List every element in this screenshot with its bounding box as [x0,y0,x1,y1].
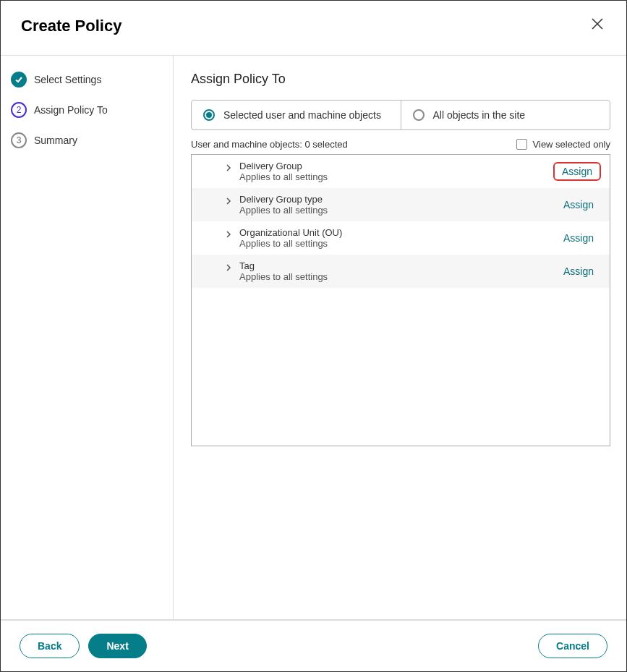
page-heading: Assign Policy To [191,72,610,87]
next-button[interactable]: Next [88,634,146,658]
assign-button[interactable]: Assign [556,263,601,279]
step-label: Select Settings [34,74,101,85]
step-label: Assign Policy To [34,104,108,116]
object-title: Delivery Group type [239,194,556,205]
radio-all-objects[interactable]: All objects in the site [401,101,610,129]
step-label: Summary [34,135,77,146]
view-selected-label: View selected only [533,139,610,150]
object-row-tag: Tag Applies to all settings Assign [192,255,610,288]
object-subtitle: Applies to all settings [239,171,553,182]
chevron-right-icon[interactable] [225,195,232,208]
radio-icon [203,109,215,121]
chevron-right-icon[interactable] [225,262,232,275]
chevron-right-icon[interactable] [225,229,232,242]
step-number-icon: 2 [11,102,27,118]
radio-icon [413,109,425,121]
step-assign-policy[interactable]: 2 Assign Policy To [11,102,163,118]
scope-radio-group: Selected user and machine objects All ob… [191,100,610,130]
object-subtitle: Applies to all settings [239,271,556,282]
radio-label: Selected user and machine objects [223,109,381,121]
object-title: Delivery Group [239,161,553,171]
object-row-delivery-group: Delivery Group Applies to all settings A… [192,155,610,188]
dialog-title: Create Policy [21,17,121,35]
check-icon [11,72,27,88]
wizard-sidebar: Select Settings 2 Assign Policy To 3 Sum… [1,56,174,619]
dialog-footer: Back Next Cancel [1,620,626,671]
view-selected-toggle[interactable]: View selected only [516,139,610,150]
step-summary[interactable]: 3 Summary [11,132,163,148]
step-select-settings[interactable]: Select Settings [11,72,163,88]
object-title: Organizational Unit (OU) [239,227,556,238]
close-icon[interactable] [589,15,606,36]
object-row-delivery-group-type: Delivery Group type Applies to all setti… [192,188,610,221]
assign-button[interactable]: Assign [556,197,601,213]
dialog-header: Create Policy [1,1,626,55]
object-subtitle: Applies to all settings [239,238,556,249]
list-toolbar: User and machine objects: 0 selected Vie… [191,139,610,150]
radio-selected-objects[interactable]: Selected user and machine objects [192,101,401,129]
object-subtitle: Applies to all settings [239,205,556,216]
object-title: Tag [239,260,556,271]
assign-button[interactable]: Assign [556,230,601,246]
object-list: Delivery Group Applies to all settings A… [191,154,610,446]
step-number-icon: 3 [11,132,27,148]
assign-button[interactable]: Assign [553,162,601,181]
checkbox-icon [516,139,527,150]
cancel-button[interactable]: Cancel [538,634,607,658]
object-row-organizational-unit: Organizational Unit (OU) Applies to all … [192,221,610,255]
chevron-right-icon[interactable] [225,162,232,175]
main-panel: Assign Policy To Selected user and machi… [174,56,626,619]
selection-count-label: User and machine objects: 0 selected [191,139,348,150]
back-button[interactable]: Back [20,634,80,658]
radio-label: All objects in the site [433,109,526,121]
